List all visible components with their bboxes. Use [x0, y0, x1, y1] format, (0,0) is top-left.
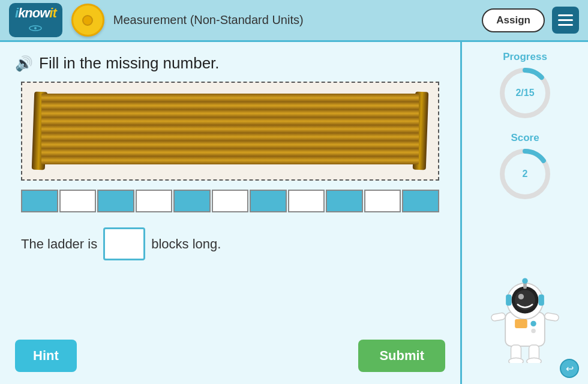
svg-point-12	[522, 278, 527, 283]
ladder-rung	[41, 109, 419, 118]
measurement-block-9	[364, 190, 401, 212]
ladder-visual	[28, 89, 432, 173]
measurement-block-5	[212, 190, 249, 212]
measurement-block-2	[97, 190, 134, 212]
progress-circle: 2/15	[498, 66, 552, 120]
ladder-rung	[41, 94, 419, 102]
ladder-rung	[41, 156, 419, 164]
measurement-block-7	[288, 190, 325, 212]
svg-point-17	[531, 329, 536, 334]
svg-point-1	[34, 27, 37, 29]
svg-point-23	[527, 358, 541, 363]
measurement-block-0	[21, 190, 58, 212]
right-sidebar: Progress 2/15 Score 2	[462, 42, 588, 384]
logo-area: iknowit	[9, 3, 62, 37]
measurement-block-3	[136, 190, 173, 212]
score-section: Score 2	[498, 132, 552, 201]
back-button[interactable]: ↩	[560, 359, 579, 378]
ladder-rung	[41, 101, 419, 110]
svg-rect-13	[506, 295, 511, 306]
measurement-blocks	[21, 190, 439, 212]
menu-button[interactable]	[552, 7, 579, 34]
content-area: 🔊 Fill in the missing number.	[0, 42, 462, 384]
measurement-block-6	[250, 190, 287, 212]
ladder-rung	[41, 133, 419, 141]
bottom-buttons: Hint Submit	[15, 340, 445, 372]
logo: iknowit	[9, 3, 62, 37]
coin-badge	[71, 4, 104, 37]
question-header: 🔊 Fill in the missing number.	[15, 54, 445, 73]
svg-rect-15	[515, 319, 527, 328]
ladder-image-container	[21, 82, 439, 181]
sentence-before: The ladder is	[21, 236, 97, 252]
svg-point-16	[530, 321, 536, 326]
score-circle: 2	[498, 147, 552, 201]
answer-input[interactable]	[103, 227, 145, 260]
coin-inner	[82, 15, 93, 26]
robot-mascot-area	[486, 213, 564, 363]
header-actions: Assign	[482, 7, 579, 34]
logo-bulb-icon	[29, 25, 42, 31]
score-value: 2	[523, 169, 528, 179]
app-header: iknowit Measurement (Non-Standard Units)…	[0, 0, 588, 42]
ladder-rung	[41, 140, 419, 149]
score-label: Score	[511, 132, 539, 144]
ladder-rung	[41, 125, 419, 133]
lesson-title: Measurement (Non-Standard Units)	[113, 13, 304, 27]
progress-section: Progress 2/15	[498, 51, 552, 120]
svg-rect-14	[539, 295, 544, 306]
svg-point-10	[518, 294, 524, 299]
question-instruction: Fill in the missing number.	[39, 54, 220, 73]
svg-point-22	[509, 358, 523, 363]
svg-rect-18	[491, 313, 506, 322]
measurement-block-4	[173, 190, 211, 212]
main-container: 🔊 Fill in the missing number.	[0, 42, 588, 384]
ladder-rung	[41, 117, 419, 125]
hint-button[interactable]: Hint	[15, 340, 77, 372]
speaker-icon[interactable]: 🔊	[15, 55, 33, 72]
svg-rect-19	[544, 313, 559, 322]
progress-label: Progress	[503, 51, 547, 63]
sentence-after: blocks long.	[151, 236, 221, 252]
submit-button[interactable]: Submit	[358, 340, 445, 372]
answer-row: The ladder is blocks long.	[21, 227, 439, 260]
assign-button[interactable]: Assign	[482, 8, 545, 32]
robot-mascot	[486, 273, 564, 363]
back-icon: ↩	[566, 363, 574, 374]
measurement-block-8	[326, 190, 363, 212]
measurement-block-10	[402, 190, 439, 212]
ladder-rung	[41, 148, 419, 157]
measurement-block-1	[59, 190, 97, 212]
progress-value: 2/15	[515, 88, 534, 98]
